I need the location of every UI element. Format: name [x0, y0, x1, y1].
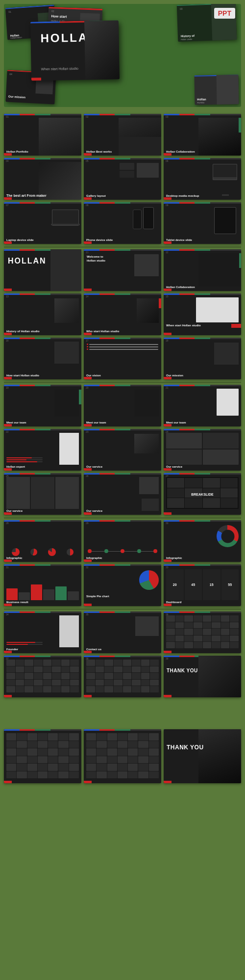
slide-our-vision: 17 Our vision [84, 338, 161, 379]
thank-you-large-label: THANK YOU [167, 744, 204, 751]
slide-how-start: 16 How start Hollan studio [4, 338, 81, 379]
slide-row-4: HOLLAN 11 Welcome toHollan studio 12 Hol… [4, 249, 241, 291]
slide-founder: 34 Founder [4, 611, 81, 653]
slide-hollan-expert: 22 Hollan expert [4, 429, 81, 471]
thank-you-label: THANK YOU [167, 668, 198, 674]
slide-row-5: 13 History of Hollan studio 14 Who start… [4, 293, 241, 335]
slide-desktop-mockup: 06 Desktop media mockup [164, 158, 241, 200]
slide-meet-team-3: 21 Meet our team [164, 385, 241, 426]
hollan-subtitle: When start Hollan studio [41, 67, 78, 71]
slide-when-start: 15 When start Hollan studio [164, 293, 241, 335]
slide-row-11: 31 Business result 32 Simple Pie chart [4, 564, 241, 606]
slide-infographic-2: 29 Infographic [84, 520, 161, 562]
slide-history: 13 History of Hollan studio [4, 293, 81, 335]
slide-laptop: 07 Laptop device slide [4, 202, 81, 244]
slide-icons-2: 37 [4, 656, 81, 697]
slide-row-1: 01 Hollan Portfolio 02 Hollan Best works… [4, 114, 241, 156]
slide-welcome: 11 Welcome toHollan studio [84, 249, 161, 291]
slide-phone: 08 Phone device slide [84, 202, 161, 244]
slide-row-12: 34 Founder 35 Contact us 36 [4, 611, 241, 653]
slide-row-9: 25 Our service 26 Our service 27 [4, 473, 241, 515]
slide-business-result: 31 Business result [4, 564, 81, 606]
slide-hollan-title: HOLLAN [4, 249, 81, 291]
slide-row-8: 22 Hollan expert 23 Our service 24 [4, 429, 241, 471]
ppt-badge: PPT [214, 8, 235, 19]
bottom-spacer: THANK YOU [4, 700, 241, 813]
hero-hollan-main: HOLLAN When start Hollan studio [30, 20, 120, 80]
slide-who-start: 14 Who start Hollan studio [84, 293, 161, 335]
slide-our-mission: 18 Our mission [164, 338, 241, 379]
page-wrapper: PPT 01 Hollan Collaboration 02 How start… [0, 0, 245, 817]
slide-icon-large-2 [84, 729, 161, 783]
slide-service-2: 24 Our service [164, 429, 241, 471]
slide-meet-team-1: 19 Meet our team [4, 385, 81, 426]
slide-collaboration2: 12 Hollan Collaboration [164, 249, 241, 291]
slide-row-2: 04 The best art From maker 05 Gallery la… [4, 158, 241, 200]
slide-row-13: 37 38 39 [4, 656, 241, 697]
slide-infographic-3: 30 Infographic [164, 520, 241, 562]
slide-service-1: 23 Our service [84, 429, 161, 471]
slide-service-3: 25 Our service [4, 473, 81, 515]
hero-bg: 01 Hollan Collaboration 02 How start Hol… [4, 4, 241, 107]
slide-thankyou: 39 THANK YOU [164, 656, 241, 697]
slide-row-10: 28 Infographic 29 [4, 520, 241, 562]
slide-infographic-1: 28 Infographic [4, 520, 81, 562]
hero-slide-5: Hollan Portfolio [194, 75, 239, 105]
slide-row-3: 07 Laptop device slide 08 Phone device s… [4, 202, 241, 244]
slide-thankyou-large: THANK YOU [164, 729, 241, 783]
slide-hollan-bestworks: 02 Hollan Best works [84, 114, 161, 156]
slide-icons-3: 38 [84, 656, 161, 697]
slide-dashboard: 33 20 45 15 55 Dashboard [164, 564, 241, 606]
slide-row-6: 16 How start Hollan studio 17 Our vision… [4, 338, 241, 379]
slide-contact: 35 Contact us [84, 611, 161, 653]
slide-row-7: 19 Meet our team 20 Meet our team 21 Mee… [4, 385, 241, 426]
slide-hollan-portfolio: 01 Hollan Portfolio [4, 114, 81, 156]
slide-hollan-collaboration: 03 Hollan Collaboration [164, 114, 241, 156]
slide-best-art: 04 The best art From maker [4, 158, 81, 200]
slide-icon-large-1 [4, 729, 81, 783]
slide-gallery: 05 Gallery layout [84, 158, 161, 200]
slide-pie-chart: 32 Simple Pie chart [84, 564, 161, 606]
slide-service-4: 26 Our service [84, 473, 161, 515]
slide-tablet: 09 Tablet device slide [164, 202, 241, 244]
slide-meet-team-2: 20 Meet our team [84, 385, 161, 426]
slide-icons-1: 36 [164, 611, 241, 653]
slide-breakslide: 27 BREAKSLIDE [164, 473, 241, 515]
